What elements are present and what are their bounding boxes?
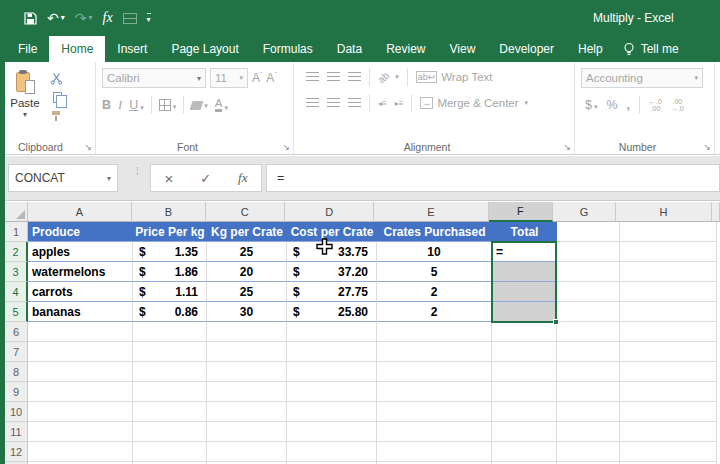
column-header-E[interactable]: E	[374, 202, 488, 222]
cell-C1[interactable]: Kg per Crate	[207, 222, 287, 242]
cell-G6[interactable]	[557, 322, 620, 342]
row-header-8[interactable]: 8	[5, 362, 28, 382]
undo-button[interactable]: ↶▾	[47, 11, 65, 25]
cell-G12[interactable]	[557, 442, 620, 462]
row-header-11[interactable]: 11	[5, 422, 28, 442]
name-box[interactable]: CONCAT▾	[8, 164, 118, 192]
cell-B9[interactable]	[133, 382, 207, 402]
cell-A1[interactable]: Produce	[28, 222, 133, 242]
cell-C9[interactable]	[207, 382, 287, 402]
cell-A9[interactable]	[28, 382, 133, 402]
cell-H1[interactable]	[620, 222, 717, 242]
tab-insert[interactable]: Insert	[105, 36, 159, 62]
cell-B3[interactable]: $1.86	[133, 262, 207, 282]
row-header-9[interactable]: 9	[5, 382, 28, 402]
cell-E8[interactable]	[377, 362, 492, 382]
tab-review[interactable]: Review	[374, 36, 437, 62]
clipboard-dialog-launcher-icon[interactable]: ↘	[84, 142, 92, 152]
cell-D12[interactable]	[287, 442, 377, 462]
cell-A10[interactable]	[28, 402, 133, 422]
cell-F2[interactable]: =	[492, 242, 557, 262]
cell-H2[interactable]	[620, 242, 717, 262]
insert-function-qat-icon[interactable]: fx	[103, 11, 113, 25]
cell-C2[interactable]: 25	[207, 242, 287, 262]
cell-E12[interactable]	[377, 442, 492, 462]
cell-B1[interactable]: Price Per kg	[133, 222, 207, 242]
cell-H12[interactable]	[620, 442, 717, 462]
cell-E4[interactable]: 2	[377, 282, 492, 302]
cell-B10[interactable]	[133, 402, 207, 422]
cell-F11[interactable]	[492, 422, 557, 442]
cell-C5[interactable]: 30	[207, 302, 287, 322]
cell-E5[interactable]: 2	[377, 302, 492, 322]
cell-A12[interactable]	[28, 442, 133, 462]
tab-data[interactable]: Data	[325, 36, 374, 62]
cell-G9[interactable]	[557, 382, 620, 402]
tab-view[interactable]: View	[438, 36, 488, 62]
cell-D8[interactable]	[287, 362, 377, 382]
column-header-D[interactable]: D	[285, 202, 374, 222]
cell-A2[interactable]: apples	[28, 242, 133, 262]
cell-F7[interactable]	[492, 342, 557, 362]
paste-button[interactable]: Paste ▾	[6, 68, 44, 123]
number-dialog-launcher-icon[interactable]: ↘	[703, 142, 711, 152]
cell-D3[interactable]: $37.20	[287, 262, 377, 282]
cell-H10[interactable]	[620, 402, 717, 422]
cell-D5[interactable]: $25.80	[287, 302, 377, 322]
tab-developer[interactable]: Developer	[487, 36, 566, 62]
name-box-dropdown-icon[interactable]: ▾	[107, 174, 111, 183]
cancel-entry-icon[interactable]: ×	[164, 170, 173, 187]
tell-me-box[interactable]: Tell me	[615, 36, 679, 62]
cell-F5[interactable]	[492, 302, 557, 322]
row-header-5[interactable]: 5	[5, 302, 28, 322]
cell-G7[interactable]	[557, 342, 620, 362]
row-header-2[interactable]: 2	[5, 242, 28, 262]
cell-E1[interactable]: Crates Purchased	[377, 222, 492, 242]
cell-E10[interactable]	[377, 402, 492, 422]
undo-dropdown-icon[interactable]: ▾	[61, 14, 65, 22]
cell-F6[interactable]	[492, 322, 557, 342]
cell-E7[interactable]	[377, 342, 492, 362]
column-header-H[interactable]: H	[616, 202, 712, 222]
alignment-dialog-launcher-icon[interactable]: ↘	[563, 142, 571, 152]
fill-handle[interactable]	[553, 319, 559, 325]
cell-G3[interactable]	[557, 262, 620, 282]
cell-A6[interactable]	[28, 322, 133, 342]
row-header-12[interactable]: 12	[5, 442, 28, 462]
cell-B5[interactable]: $0.86	[133, 302, 207, 322]
cell-B11[interactable]	[133, 422, 207, 442]
cell-C10[interactable]	[207, 402, 287, 422]
cell-C6[interactable]	[207, 322, 287, 342]
cell-H6[interactable]	[620, 322, 717, 342]
cell-C7[interactable]	[207, 342, 287, 362]
cell-B12[interactable]	[133, 442, 207, 462]
formula-input[interactable]: =	[266, 164, 720, 192]
cell-D9[interactable]	[287, 382, 377, 402]
column-header-B[interactable]: B	[132, 202, 205, 222]
cell-A4[interactable]: carrots	[28, 282, 133, 302]
cell-F9[interactable]	[492, 382, 557, 402]
font-dialog-launcher-icon[interactable]: ↘	[282, 142, 290, 152]
cell-H4[interactable]	[620, 282, 717, 302]
cell-F8[interactable]	[492, 362, 557, 382]
paste-dropdown-icon[interactable]: ▾	[23, 110, 27, 119]
cell-D11[interactable]	[287, 422, 377, 442]
cell-H11[interactable]	[620, 422, 717, 442]
cell-A11[interactable]	[28, 422, 133, 442]
row-header-6[interactable]: 6	[5, 322, 28, 342]
cell-F3[interactable]	[492, 262, 557, 282]
column-header-F[interactable]: F	[489, 202, 554, 222]
cell-B2[interactable]: $1.35	[133, 242, 207, 262]
cell-F12[interactable]	[492, 442, 557, 462]
cell-E3[interactable]: 5	[377, 262, 492, 282]
cell-H9[interactable]	[620, 382, 717, 402]
column-header-C[interactable]: C	[206, 202, 285, 222]
select-all-button[interactable]	[5, 202, 28, 222]
cell-A7[interactable]	[28, 342, 133, 362]
cell-B4[interactable]: $1.11	[133, 282, 207, 302]
tab-home[interactable]: Home	[49, 36, 105, 62]
cell-G4[interactable]	[557, 282, 620, 302]
row-header-3[interactable]: 3	[5, 262, 28, 282]
row-header-4[interactable]: 4	[5, 282, 28, 302]
customize-qat-icon[interactable]: ▾	[147, 13, 151, 24]
